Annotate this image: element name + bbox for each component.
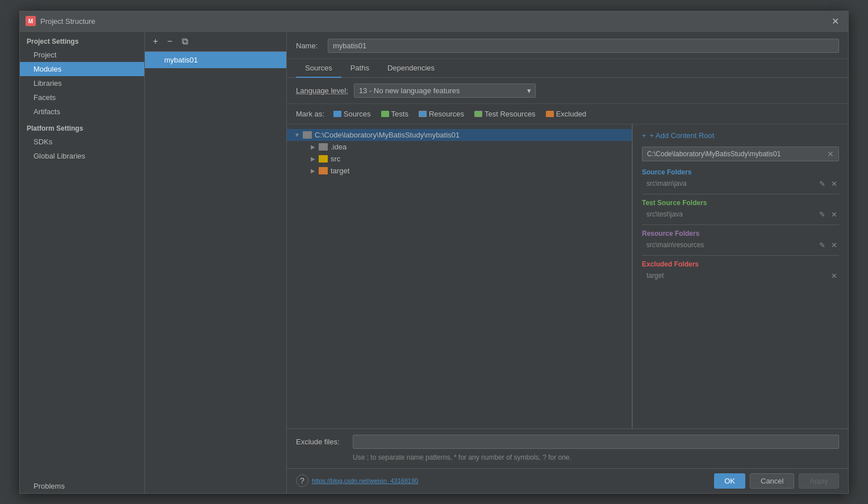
language-level-select[interactable]: 13 - No new language features 12 - Switc… — [354, 84, 536, 98]
nav-item-global-libraries[interactable]: Global Libraries — [20, 149, 144, 163]
tree-expand-target: ▶ — [307, 168, 319, 174]
mark-sources-button[interactable]: Sources — [330, 109, 374, 119]
excluded-folder-actions: ✕ — [829, 272, 839, 280]
remove-resource-folder-button[interactable]: ✕ — [829, 241, 839, 249]
excluded-folder-entry: target ✕ — [642, 270, 839, 281]
module-list-panel: + − ⧉ mybatis01 — [145, 32, 287, 493]
nav-item-project[interactable]: Project — [20, 48, 144, 62]
tab-sources[interactable]: Sources — [296, 59, 341, 78]
tabs-bar: Sources Paths Dependencies — [287, 59, 848, 78]
tree-root-path: C:\Code\laboratory\MyBatisStudy\mybatis0… — [315, 131, 460, 139]
nav-item-facets[interactable]: Facets — [20, 90, 144, 105]
sources-folder-icon — [333, 111, 341, 117]
test-resources-folder-icon — [474, 111, 482, 117]
content-root-remove-button[interactable]: ✕ — [827, 149, 834, 159]
divider-1 — [642, 194, 839, 194]
remove-module-button[interactable]: − — [164, 35, 176, 48]
resources-folder-icon — [419, 111, 427, 117]
main-content-area: ▼ C:\Code\laboratory\MyBatisStudy\mybati… — [287, 124, 848, 428]
content-root-path-row: C:\Code\laboratory\MyBatisStudy\mybatis0… — [642, 147, 839, 161]
mark-as-label: Mark as: — [296, 110, 324, 118]
exclude-files-input[interactable] — [353, 435, 839, 449]
add-module-button[interactable]: + — [149, 35, 161, 48]
remove-excluded-folder-button[interactable]: ✕ — [829, 272, 839, 280]
nav-item-libraries[interactable]: Libraries — [20, 76, 144, 90]
tree-row-root[interactable]: ▼ C:\Code\laboratory\MyBatisStudy\mybati… — [287, 129, 632, 141]
divider-2 — [642, 224, 839, 225]
source-folder-actions: ✎ ✕ — [817, 180, 839, 188]
nav-item-artifacts[interactable]: Artifacts — [20, 105, 144, 119]
footer: ? https://blog.csdn.net/weixin_43168190 … — [287, 468, 848, 493]
dialog-title: Project Structure — [40, 17, 828, 26]
exclude-files-label: Exclude files: — [296, 438, 347, 446]
edit-resource-folder-button[interactable]: ✎ — [817, 241, 827, 249]
tree-src-folder-icon — [319, 155, 328, 163]
resource-folder-entry: src\main\resources ✎ ✕ — [642, 240, 839, 251]
test-source-folder-path: src\test\java — [646, 210, 817, 218]
ok-button[interactable]: OK — [714, 473, 745, 489]
footer-buttons: OK Cancel Apply — [714, 473, 839, 489]
add-content-root-button[interactable]: + + Add Content Root — [642, 131, 839, 140]
copy-module-button[interactable]: ⧉ — [178, 35, 191, 48]
content-root-path-text: C:\Code\laboratory\MyBatisStudy\mybatis0… — [647, 150, 824, 158]
name-row: Name: — [287, 32, 848, 59]
mark-test-resources-button[interactable]: Test Resources — [471, 109, 539, 119]
tree-src-label: src — [331, 155, 340, 163]
tree-expand-idea: ▶ — [307, 144, 319, 150]
tree-row-idea[interactable]: ▶ .idea — [287, 141, 632, 153]
mark-resources-button[interactable]: Resources — [415, 109, 468, 119]
exclude-hint: Use ; to separate name patterns, * for a… — [296, 452, 839, 463]
left-nav-panel: Project Settings Project Modules Librari… — [20, 32, 145, 493]
right-panel: Name: Sources Paths Dependencies Languag… — [287, 32, 848, 493]
excluded-folder-icon — [546, 111, 554, 117]
tree-idea-label: .idea — [331, 143, 347, 151]
edit-source-folder-button[interactable]: ✎ — [817, 180, 827, 188]
excluded-folders-title: Excluded Folders — [642, 260, 839, 268]
remove-source-folder-button[interactable]: ✕ — [829, 180, 839, 188]
footer-url[interactable]: https://blog.csdn.net/weixin_43168190 — [312, 477, 418, 484]
name-input[interactable] — [328, 39, 839, 53]
platform-settings-title: Platform Settings — [20, 119, 144, 135]
tests-folder-icon — [381, 111, 389, 117]
nav-item-modules[interactable]: Modules — [20, 62, 144, 76]
cancel-button[interactable]: Cancel — [750, 473, 794, 489]
footer-left: ? https://blog.csdn.net/weixin_43168190 — [296, 474, 418, 487]
dialog-body: Project Settings Project Modules Librari… — [20, 32, 848, 493]
test-source-folder-entry: src\test\java ✎ ✕ — [642, 209, 839, 220]
content-root-panel: + + Add Content Root C:\Code\laboratory\… — [632, 124, 848, 428]
app-icon: M — [26, 16, 36, 26]
resource-folders-title: Resource Folders — [642, 230, 839, 238]
mark-tests-button[interactable]: Tests — [378, 109, 412, 119]
excluded-folder-path: target — [646, 272, 829, 280]
test-source-folder-actions: ✎ ✕ — [817, 210, 839, 219]
resource-folder-path: src\main\resources — [646, 241, 817, 249]
divider-3 — [642, 255, 839, 256]
mark-excluded-button[interactable]: Excluded — [542, 109, 590, 119]
tree-row-src[interactable]: ▶ src — [287, 153, 632, 165]
module-item-mybatis01[interactable]: mybatis01 — [145, 52, 286, 68]
mark-excluded-label: Excluded — [556, 110, 586, 118]
mark-sources-label: Sources — [344, 110, 371, 118]
name-label: Name: — [296, 41, 323, 50]
nav-item-sdks[interactable]: SDKs — [20, 135, 144, 149]
title-bar: M Project Structure ✕ — [20, 11, 848, 32]
close-button[interactable]: ✕ — [828, 15, 842, 28]
remove-test-source-folder-button[interactable]: ✕ — [829, 210, 839, 219]
nav-item-problems[interactable]: Problems — [20, 479, 144, 493]
tree-row-target[interactable]: ▶ target — [287, 165, 632, 177]
help-button[interactable]: ? — [296, 474, 308, 487]
source-folder-entry: src\main\java ✎ ✕ — [642, 178, 839, 189]
project-settings-title: Project Settings — [20, 32, 144, 48]
apply-button[interactable]: Apply — [799, 473, 839, 489]
mark-resources-label: Resources — [429, 110, 464, 118]
language-level-select-wrap: 13 - No new language features 12 - Switc… — [354, 84, 536, 98]
source-folder-path: src\main\java — [646, 180, 817, 188]
tree-expand-src: ▶ — [307, 156, 319, 162]
tab-dependencies[interactable]: Dependencies — [378, 59, 444, 78]
mark-test-resources-label: Test Resources — [485, 110, 536, 118]
edit-test-source-folder-button[interactable]: ✎ — [817, 210, 827, 219]
language-level-row: Language level: 13 - No new language fea… — [287, 78, 848, 104]
file-tree: ▼ C:\Code\laboratory\MyBatisStudy\mybati… — [287, 124, 632, 428]
tab-paths[interactable]: Paths — [341, 59, 378, 78]
tree-target-label: target — [331, 166, 349, 175]
